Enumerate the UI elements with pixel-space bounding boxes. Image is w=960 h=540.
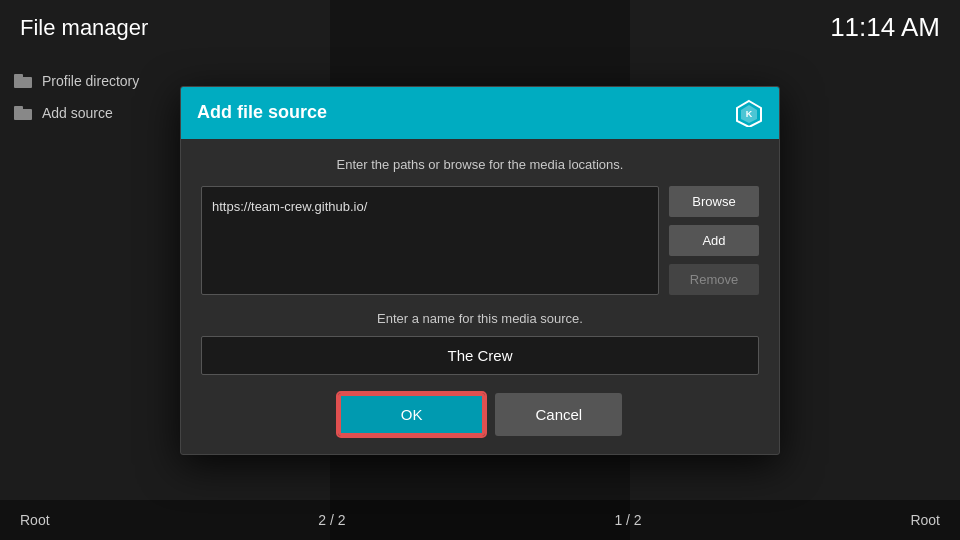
modal-header: Add file source K [181, 87, 779, 139]
url-buttons: Browse Add Remove [669, 186, 759, 295]
url-item[interactable]: https://team-crew.github.io/ [212, 195, 648, 218]
name-instruction: Enter a name for this media source. [201, 311, 759, 326]
kodi-logo-icon: K [735, 99, 763, 127]
url-row: https://team-crew.github.io/ Browse Add … [201, 186, 759, 295]
ok-button[interactable]: OK [338, 393, 486, 436]
modal-body: Enter the paths or browse for the media … [181, 139, 779, 454]
svg-text:K: K [746, 109, 753, 119]
browse-button[interactable]: Browse [669, 186, 759, 217]
add-file-source-dialog: Add file source K Enter the paths or bro… [180, 86, 780, 455]
modal-title: Add file source [197, 102, 327, 123]
remove-button[interactable]: Remove [669, 264, 759, 295]
name-input[interactable]: The Crew [201, 336, 759, 375]
cancel-button[interactable]: Cancel [495, 393, 622, 436]
modal-overlay: Add file source K Enter the paths or bro… [0, 0, 960, 540]
action-buttons: OK Cancel [201, 393, 759, 436]
add-button[interactable]: Add [669, 225, 759, 256]
url-list-box[interactable]: https://team-crew.github.io/ [201, 186, 659, 295]
paths-instruction: Enter the paths or browse for the media … [201, 157, 759, 172]
